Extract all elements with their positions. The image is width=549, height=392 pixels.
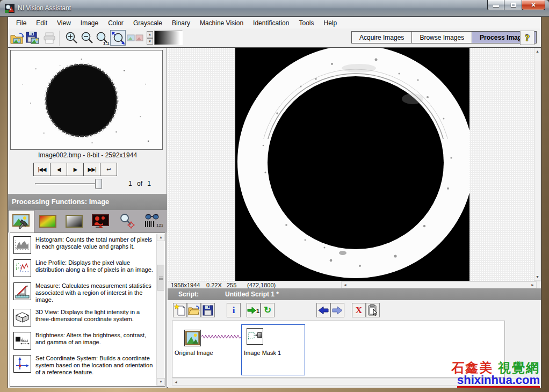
maximize-button[interactable]: [504, 0, 522, 10]
script-name: Untitled Script 1 *: [225, 288, 279, 300]
menu-view[interactable]: View: [52, 18, 76, 28]
image-thumbnail[interactable]: [10, 50, 163, 150]
acquire-images-button[interactable]: Acquire Images: [351, 31, 412, 43]
image-tab-icon: [12, 214, 31, 230]
menu-edit[interactable]: Edit: [31, 18, 52, 28]
function-item-measure[interactable]: Measure: Calculates measurement statisti…: [10, 279, 165, 306]
tab-image[interactable]: [8, 210, 34, 233]
step-info-button[interactable]: i: [227, 303, 241, 317]
main-toolbar: 1:1 ▲ ▼: [8, 28, 541, 48]
spin-up-icon[interactable]: ▲: [147, 31, 153, 38]
window-title: NI Vision Assistant: [18, 4, 71, 12]
menu-color[interactable]: Color: [103, 18, 128, 28]
compare-images-button[interactable]: [126, 30, 145, 46]
scroll-down-icon[interactable]: ▼: [534, 274, 540, 280]
close-button[interactable]: ×: [522, 0, 545, 10]
script-step-image-mask[interactable]: [247, 328, 263, 345]
script-step-original-image[interactable]: [184, 330, 201, 346]
minimize-icon: [493, 5, 499, 7]
function-item-line-profile[interactable]: Line Profile: Displays the pixel value d…: [10, 256, 165, 279]
save-image-button[interactable]: [25, 30, 40, 46]
image-horizontal-scrollbar[interactable]: ◄ ►: [341, 281, 537, 288]
tab-identification[interactable]: 123: [140, 210, 166, 233]
binary-tab-icon: [91, 214, 110, 229]
menu-tools[interactable]: Tools: [294, 18, 319, 28]
scroll-up-icon[interactable]: ▲: [157, 234, 165, 241]
function-name: Line Profile:: [35, 259, 67, 266]
delete-step-button[interactable]: X: [352, 303, 366, 317]
menu-file[interactable]: File: [11, 18, 31, 28]
menu-binary[interactable]: Binary: [167, 18, 195, 28]
paste-step-button[interactable]: [366, 303, 380, 317]
image-pager: 1 of 1: [115, 180, 164, 187]
brightness-icon: [13, 332, 31, 350]
function-item-3d-view[interactable]: 3D View: Displays the light intensity in…: [10, 306, 165, 329]
zoom-out-button[interactable]: [79, 30, 95, 46]
menu-machine-vision[interactable]: Machine Vision: [195, 18, 248, 28]
last-image-button[interactable]: ▶▶|: [83, 163, 100, 176]
scroll-down-icon[interactable]: ▼: [157, 378, 165, 386]
function-item-brightness[interactable]: Brightness: Alters the brightness, contr…: [10, 329, 165, 352]
image-slider-groove[interactable]: [35, 183, 102, 185]
zoom-in-button[interactable]: [63, 30, 79, 46]
script-label: Script:: [178, 288, 199, 300]
new-script-button[interactable]: [173, 303, 187, 317]
maximize-icon: [511, 3, 516, 7]
function-item-set-coordinate-system[interactable]: Set Coordinate System: Builds a coordina…: [10, 352, 165, 378]
print-button[interactable]: [41, 30, 57, 46]
processing-function-tabs: 123: [8, 210, 167, 233]
function-item-histogram[interactable]: Histogram: Counts the total number of pi…: [10, 233, 165, 256]
open-script-icon: [188, 305, 200, 316]
script-step-label[interactable]: Original Image: [175, 350, 213, 356]
script-step-selected-box[interactable]: Image Mask 1: [241, 324, 305, 375]
first-image-button[interactable]: |◀◀: [33, 163, 50, 176]
scroll-right-icon[interactable]: ►: [529, 282, 536, 288]
scrollbar-thumb[interactable]: [157, 265, 164, 291]
function-name: Set Coordinate System:: [35, 355, 98, 361]
image-display[interactable]: [235, 48, 469, 281]
open-image-button[interactable]: [9, 30, 25, 46]
title-bar[interactable]: NI Vision Assistant ×: [0, 0, 549, 17]
status-resolution: 1958x1944: [171, 282, 200, 288]
palette-spinner: ▲ ▼: [147, 31, 153, 45]
tab-grayscale[interactable]: [61, 210, 87, 233]
scroll-up-icon[interactable]: ▲: [534, 48, 540, 55]
processing-functions-header: Processing Functions: Image: [8, 194, 167, 210]
zoom-to-fit-button[interactable]: [110, 30, 126, 46]
loop-images-button[interactable]: ↩: [100, 163, 117, 176]
menu-grayscale[interactable]: Grayscale: [128, 18, 167, 28]
status-depth: 255: [227, 282, 236, 288]
menu-image[interactable]: Image: [76, 18, 103, 28]
tab-binary[interactable]: [87, 210, 113, 233]
tab-machine-vision[interactable]: [113, 210, 140, 233]
function-list-scrollbar[interactable]: ▲ ▼: [156, 234, 164, 386]
spin-down-icon[interactable]: ▼: [147, 38, 153, 45]
script-toolbar: i 1 ↻ X: [168, 300, 541, 321]
run-once-button[interactable]: 1: [247, 303, 261, 317]
tab-color[interactable]: [34, 210, 61, 233]
script-header-bar: Script: Untitled Script 1 *: [168, 288, 541, 300]
next-image-button[interactable]: ▶: [67, 163, 84, 176]
step-forward-button[interactable]: [330, 303, 344, 317]
help-button[interactable]: ?: [520, 31, 534, 45]
image-slider-thumb[interactable]: [95, 179, 102, 189]
zoom-to-fit-icon: [111, 31, 125, 45]
script-step-label[interactable]: Image Mask 1: [244, 350, 281, 356]
scroll-left-icon[interactable]: ◄: [342, 282, 349, 288]
menu-help[interactable]: Help: [319, 18, 342, 28]
step-back-button[interactable]: [316, 303, 330, 317]
zoom-1-1-button[interactable]: 1:1: [95, 30, 110, 46]
browse-images-button[interactable]: Browse Images: [411, 31, 472, 43]
printer-icon: [43, 32, 56, 44]
save-script-button[interactable]: [201, 303, 215, 317]
watermark: 石鑫美 視覺網 shixinhua.com: [432, 361, 540, 388]
open-script-button[interactable]: [187, 303, 201, 317]
function-name: Brightness:: [35, 332, 65, 338]
minimize-button[interactable]: [487, 0, 504, 10]
menu-identification[interactable]: Identification: [248, 18, 294, 28]
palette-gradient-bar: [154, 31, 183, 45]
image-vertical-scrollbar[interactable]: ▲ ▼: [534, 48, 541, 281]
scroll-left-icon[interactable]: ◄: [172, 379, 179, 385]
previous-image-button[interactable]: ◀: [50, 163, 67, 176]
run-loop-button[interactable]: ↻: [261, 303, 274, 317]
